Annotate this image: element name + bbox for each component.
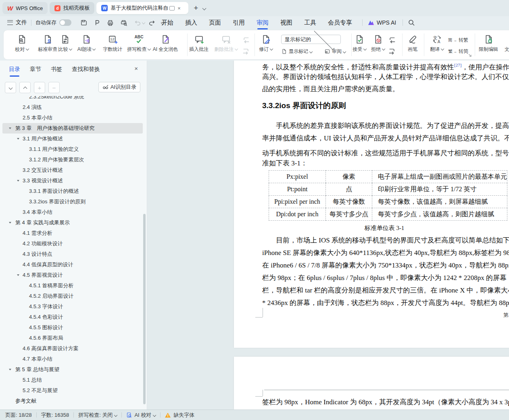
toc-item[interactable]: 4.5.6 界面布局 xyxy=(2,333,143,343)
tab-docer-templates[interactable]: d 找稻壳模板 xyxy=(50,2,94,14)
toc-item[interactable]: 3.1.2 用户体验要素层次 xyxy=(2,155,143,165)
redo-button[interactable] xyxy=(148,19,156,27)
restrict-editing-button[interactable]: 限制编辑 xyxy=(476,34,501,53)
print-button[interactable] xyxy=(106,19,114,27)
dropdown-chevron-icon xyxy=(153,413,156,416)
menu-tab-page[interactable]: 页面 xyxy=(209,19,221,27)
toc-item[interactable]: 2.5 本章小结 xyxy=(2,113,143,123)
wps-ai-button[interactable]: WPS AI xyxy=(368,16,396,29)
toc-item[interactable]: 3.1 用户体验概述 xyxy=(2,134,143,144)
expand-all-button[interactable] xyxy=(19,82,31,93)
compare-button[interactable]: 比较 xyxy=(55,34,75,53)
sidebar-tab-bookmarks[interactable]: 书签 xyxy=(51,66,62,73)
dialog-launcher-icon[interactable] xyxy=(468,54,472,57)
menu-tab-insert[interactable]: 插入 xyxy=(185,19,197,27)
missing-font-warning[interactable]: 缺失字体 xyxy=(165,412,194,419)
document-page-19[interactable]: 签栏为 98px，Home Indicator 为 68px，其开发高度为 34… xyxy=(234,357,509,410)
tab-document[interactable]: W 基于大模型的代码注释自动生 × xyxy=(96,2,188,14)
toc-item[interactable]: 2.3.2Sketch2Code 系统 xyxy=(2,96,143,102)
toc-item[interactable]: 3.2 交互设计概述 xyxy=(2,165,143,176)
open-in-window-icon[interactable] xyxy=(169,6,175,10)
menu-tab-member[interactable]: 会员专享 xyxy=(328,19,352,27)
table-cell: 电子屏幕上组成一副图画或照片的最基本单元 xyxy=(372,171,507,183)
menu-tab-review[interactable]: 审阅 xyxy=(257,19,269,27)
toc-item[interactable]: 3.4 本章小结 xyxy=(2,207,143,217)
undo-history-chevron-icon[interactable] xyxy=(142,21,145,24)
pen-button[interactable]: 画笔 xyxy=(403,34,422,53)
toc-item[interactable]: 4.4 低保真原型的设计 xyxy=(2,259,143,270)
reject-change-button[interactable]: 拒绝 xyxy=(368,34,388,53)
toc-item[interactable]: 4.5.5 图标设计 xyxy=(2,322,143,333)
page-indicator[interactable]: 页面: 18/28 xyxy=(5,412,32,419)
toc-item[interactable]: 4.5.1 首稿界面分析 xyxy=(2,280,143,291)
sidebar-tab-find-replace[interactable]: 查找和替换 xyxy=(72,66,100,73)
next-change-button[interactable] xyxy=(387,46,397,56)
menu-tab-reference[interactable]: 引用 xyxy=(233,19,245,27)
table-cell: Pt:point xyxy=(269,183,326,196)
ai-polish-button[interactable]: AI 全文润色 xyxy=(146,34,185,53)
toc-item[interactable]: 3.3 视觉设计概述 xyxy=(2,176,143,186)
close-tab-icon[interactable]: × xyxy=(177,5,181,11)
show-markup-button[interactable]: 显示标记 xyxy=(281,48,312,55)
ai-detect-toc-button[interactable]: AI识别目录 xyxy=(98,82,140,92)
accept-change-button[interactable]: 接受 xyxy=(350,34,369,53)
toc-item[interactable]: 5.2 不足与展望 xyxy=(2,385,143,396)
toc-item[interactable]: 5.1 总结 xyxy=(2,375,143,385)
toc-item[interactable]: 第 4 章 实践与成果展示 xyxy=(2,217,143,228)
sidebar-tab-contents[interactable]: 目录 xyxy=(9,66,20,73)
to-traditional-button[interactable]: 简→ 转繁 xyxy=(448,37,468,44)
sidebar-scrollbar[interactable] xyxy=(143,214,146,404)
wps-ai-label: WPS AI xyxy=(377,19,396,26)
spell-check-status[interactable]: 拼写检查: 关闭 xyxy=(78,412,117,419)
to-simplified-button[interactable]: 繁→ 转简 xyxy=(448,48,468,55)
menu-tab-view[interactable]: 视图 xyxy=(280,19,292,27)
word-count-button[interactable]: 12 字数统计 xyxy=(100,34,125,53)
search-icon[interactable] xyxy=(407,19,415,27)
toc-item[interactable]: 4.1 需求分析 xyxy=(2,228,143,238)
toc-item[interactable]: 4.3 设计特点 xyxy=(2,249,143,259)
menu-tab-start[interactable]: 开始 xyxy=(161,19,173,27)
close-sidebar-icon[interactable]: × xyxy=(134,65,138,72)
document-page-18[interactable]: 务，以及整个系统的安全性，舒适性和高质量设计并提高有效性[27]，使用户在操作时… xyxy=(234,61,509,348)
export-pdf-button[interactable] xyxy=(93,19,101,27)
print-preview-button[interactable] xyxy=(120,19,128,27)
proofread-button[interactable]: 校对 xyxy=(12,34,31,53)
toc-item[interactable]: 4.7 本章小结 xyxy=(2,354,143,364)
word-count-indicator[interactable]: 字数: 16358 xyxy=(41,412,69,419)
toc-item[interactable]: 第 5 章 总结与展望 xyxy=(2,364,143,375)
document-permission-button[interactable]: 文档权限 xyxy=(502,34,509,53)
hamburger-menu-icon[interactable] xyxy=(7,20,13,25)
autosave-toggle[interactable] xyxy=(59,19,71,26)
menu-tab-tools[interactable]: 工具 xyxy=(304,19,316,27)
toc-item[interactable]: 3.3.2ios 界面设计的原则 xyxy=(2,196,143,207)
toc-item[interactable]: 4.5 界面视觉设计 xyxy=(2,270,143,280)
track-changes-button[interactable]: 修订 xyxy=(256,34,275,53)
restrict-editing-icon xyxy=(483,34,494,45)
reviewer-pane-button[interactable]: 审阅 xyxy=(324,48,346,55)
toc-item[interactable]: 4.2 功能模块设计 xyxy=(2,238,143,249)
toc-item[interactable]: 参考文献 xyxy=(2,396,143,406)
tab-wps-home[interactable]: W WPS Office xyxy=(2,2,48,14)
insert-comment-button[interactable]: 插入批注 xyxy=(186,34,212,53)
toc-item[interactable]: 3.1.1 用户体验的定义 xyxy=(2,144,143,155)
toc-item[interactable]: 4.5.4 色彩设计 xyxy=(2,312,143,322)
translate-button[interactable]: 文A 翻译 xyxy=(427,34,446,53)
toc-item[interactable]: 4.6 高保真界面设计方案 xyxy=(2,343,143,354)
ai-read-aloud-button[interactable]: AI朗读 xyxy=(77,34,96,53)
file-menu[interactable]: 文件 xyxy=(16,19,27,26)
tab-list-chevron-icon[interactable] xyxy=(202,6,207,10)
toc-item[interactable]: 4.5.3 字体设计 xyxy=(2,301,143,312)
toc-item[interactable]: 4.5.2 启动界面设计 xyxy=(2,291,143,301)
collapse-all-button[interactable] xyxy=(5,82,16,93)
markup-state-select[interactable]: 显示标记的最终状态 xyxy=(281,35,341,44)
divider xyxy=(160,412,161,418)
sidebar-tab-chapters[interactable]: 章节 xyxy=(30,66,41,73)
new-tab-button[interactable]: + xyxy=(194,4,198,13)
save-button[interactable] xyxy=(80,19,88,27)
previous-change-button[interactable] xyxy=(387,35,397,45)
undo-button[interactable] xyxy=(134,19,141,27)
toc-item[interactable]: 2.4 演练 xyxy=(2,102,143,113)
toc-item[interactable]: 第 3 章 用户体验的基础理论研究 xyxy=(2,123,143,134)
ai-proofread-status[interactable]: AI 校对 xyxy=(126,412,156,419)
toc-item[interactable]: 3.3.1 界面设计的概述 xyxy=(2,186,143,196)
